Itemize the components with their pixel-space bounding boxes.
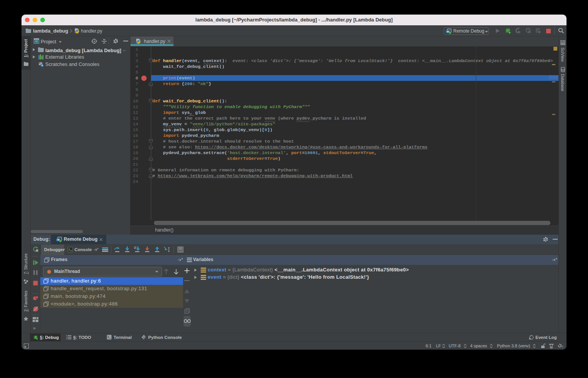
svg-text:?: ? [562, 345, 563, 348]
